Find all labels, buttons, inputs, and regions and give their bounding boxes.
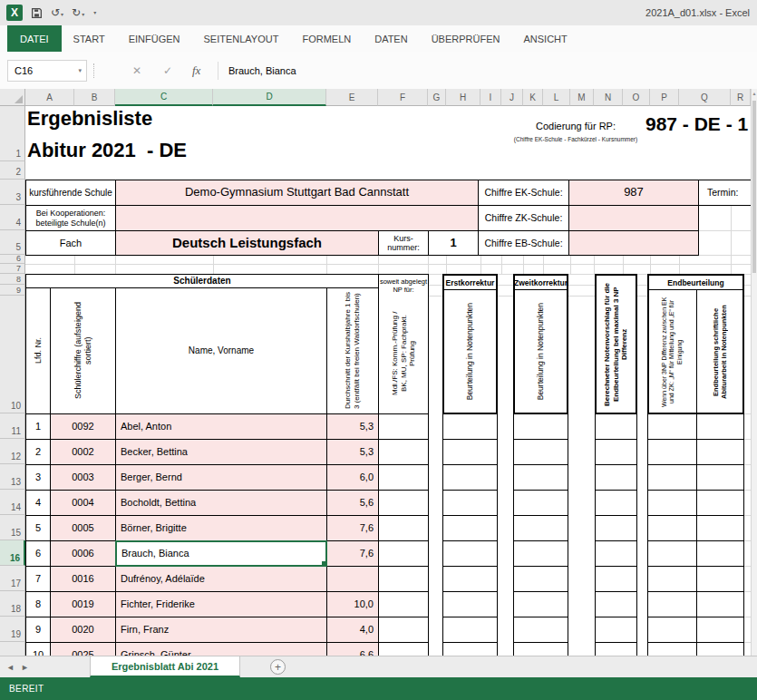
cell-durchschnitt[interactable]: 5,3: [326, 413, 379, 440]
column-header-f[interactable]: F: [378, 89, 428, 106]
redo-button[interactable]: ↻▾: [72, 6, 84, 19]
cell-chiffre[interactable]: 0025: [50, 642, 116, 656]
label-chiffre-ek[interactable]: Chiffre EK-Schule:: [478, 180, 569, 206]
cell-notenvorschlag[interactable]: [595, 515, 637, 541]
column-header-g[interactable]: G: [428, 89, 446, 106]
header-np-spalte[interactable]: soweit abgelegt NP für: Mdl./FS: Komm.-P…: [378, 274, 429, 414]
cell-np[interactable]: [378, 515, 429, 541]
cell-endbeurteilung-np[interactable]: [696, 464, 744, 491]
cell-durchschnitt[interactable]: 5,3: [326, 439, 379, 465]
cell-endbeurteilung-me[interactable]: [647, 515, 697, 541]
header-schuelerchiffre[interactable]: Schülerchiffre (aufsteigend sortiert): [50, 287, 116, 414]
codierung-value[interactable]: 987 - DE - 1: [645, 113, 748, 135]
sheet-title-line1[interactable]: Ergebnisliste: [27, 107, 152, 131]
cell-durchschnitt[interactable]: 5,6: [326, 490, 379, 516]
cell-zweitkorrektur[interactable]: [513, 617, 568, 643]
cell-endbeurteilung-np[interactable]: [696, 413, 744, 440]
column-header-j[interactable]: J: [501, 89, 523, 106]
cell-lfd-nr[interactable]: 1: [25, 413, 51, 440]
cell-zweitkorrektur[interactable]: [513, 439, 568, 465]
sheet-nav-left-icon[interactable]: ◄: [6, 656, 15, 677]
column-header-q[interactable]: Q: [679, 89, 731, 106]
cell-notenvorschlag[interactable]: [595, 591, 637, 617]
column-header-p[interactable]: P: [650, 89, 679, 106]
save-button[interactable]: [31, 7, 43, 19]
cell-name[interactable]: Bocholdt, Bettina: [115, 490, 327, 516]
undo-button[interactable]: ↺▾: [51, 6, 63, 19]
tab-ansicht[interactable]: ANSICHT: [511, 25, 578, 52]
formula-input[interactable]: Brauch, Bianca: [228, 60, 296, 82]
cell-lfd-nr[interactable]: 8: [25, 591, 51, 617]
label-termin[interactable]: Termin:: [698, 180, 751, 206]
label-kursfuehrende-schule[interactable]: kursführende Schule: [25, 180, 116, 206]
column-header-m[interactable]: M: [570, 89, 594, 106]
header-erstkorrektur[interactable]: Erstkorrektur Beurteilung in Notenpunkte…: [442, 274, 498, 414]
cell-endbeurteilung-np[interactable]: [696, 591, 744, 617]
select-all-button[interactable]: [0, 89, 25, 106]
cell-erstkorrektur[interactable]: [442, 642, 498, 656]
cell-chiffre-ek[interactable]: 987: [568, 180, 699, 206]
tab-einfuegen[interactable]: EINFÜGEN: [117, 25, 192, 52]
cell-zweitkorrektur[interactable]: [513, 591, 568, 617]
vertical-scrollbar[interactable]: ▲: [751, 89, 757, 656]
cell-notenvorschlag[interactable]: [595, 413, 637, 440]
column-header-i[interactable]: I: [480, 89, 501, 106]
cell-notenvorschlag[interactable]: [595, 617, 637, 643]
cell-erstkorrektur[interactable]: [442, 464, 498, 491]
enter-button[interactable]: ✓: [163, 60, 172, 82]
cell-durchschnitt[interactable]: [326, 566, 379, 592]
cell-name[interactable]: Berger, Bernd: [115, 464, 327, 491]
cell-erstkorrektur[interactable]: [442, 413, 498, 440]
cell-endbeurteilung-me[interactable]: [647, 566, 697, 592]
cell-lfd-nr[interactable]: 2: [25, 439, 51, 465]
cell-np[interactable]: [378, 439, 429, 465]
name-box[interactable]: C16 ▾: [7, 60, 87, 82]
cell-chiffre[interactable]: 0019: [50, 591, 116, 617]
cell-np[interactable]: [378, 617, 429, 643]
cell-np[interactable]: [378, 642, 429, 656]
tab-formeln[interactable]: FORMELN: [290, 25, 363, 52]
cell-endbeurteilung-me[interactable]: [647, 464, 697, 491]
cell-endbeurteilung-np[interactable]: [696, 566, 744, 592]
header-schuelerdaten[interactable]: Schülerdaten: [25, 274, 379, 288]
cell-lfd-nr[interactable]: 6: [25, 540, 51, 567]
cell-endbeurteilung-np[interactable]: [696, 540, 744, 567]
header-endbeurteilung[interactable]: Endbeurteilung Wenn über 3NP Differenz z…: [647, 274, 744, 414]
cell-zweitkorrektur[interactable]: [513, 490, 568, 516]
tab-ueberpruefen[interactable]: ÜBERPRÜFEN: [420, 25, 512, 52]
cell-lfd-nr[interactable]: 3: [25, 464, 51, 491]
cell-lfd-nr[interactable]: 5: [25, 515, 51, 541]
cell-durchschnitt[interactable]: 6,6: [326, 642, 379, 656]
tab-start[interactable]: START: [62, 25, 117, 52]
cell-erstkorrektur[interactable]: [442, 515, 498, 541]
cell-name[interactable]: Dufrénoy, Adélaïde: [115, 566, 327, 592]
cell-endbeurteilung-me[interactable]: [647, 490, 697, 516]
cell-endbeurteilung-me[interactable]: [647, 591, 697, 617]
column-header-d[interactable]: D: [213, 89, 326, 106]
row-header-3[interactable]: 3: [0, 180, 25, 205]
cell-name[interactable]: Grinsch, Günter: [115, 642, 327, 656]
cell-chiffre[interactable]: 0005: [50, 515, 116, 541]
cell-zweitkorrektur[interactable]: [513, 642, 568, 656]
cell-name[interactable]: Firn, Franz: [115, 617, 327, 643]
row-header-9[interactable]: 9: [0, 285, 25, 296]
row-header-5[interactable]: 5: [0, 230, 25, 255]
header-name-vorname[interactable]: Name, Vorname: [115, 287, 327, 414]
column-header-c[interactable]: C: [115, 89, 213, 106]
row-header-8[interactable]: 8: [0, 274, 25, 285]
cell-lfd-nr[interactable]: 7: [25, 566, 51, 592]
cell-lfd-nr[interactable]: 10: [25, 642, 51, 656]
row-header-10[interactable]: 10: [0, 296, 25, 413]
sheet-title-line2[interactable]: Abitur 2021 - DE: [27, 139, 187, 162]
selected-cell-c16[interactable]: Brauch, Bianca: [115, 540, 327, 567]
cell-notenvorschlag[interactable]: [595, 642, 637, 656]
cell-notenvorschlag[interactable]: [595, 439, 637, 465]
label-kooperationen[interactable]: Bei Kooperationen: beteiligte Schule(n): [25, 205, 116, 231]
cell-ch iffre[interactable]: 0002: [50, 439, 116, 465]
cell-lfd-nr[interactable]: 4: [25, 490, 51, 516]
tab-daten[interactable]: DATEN: [363, 25, 419, 52]
cell-erstkorrektur[interactable]: [442, 617, 498, 643]
add-sheet-button[interactable]: +: [270, 659, 286, 675]
cell-durchschnitt[interactable]: 7,6: [326, 540, 379, 567]
cell-endbeurteilung-np[interactable]: [696, 515, 744, 541]
